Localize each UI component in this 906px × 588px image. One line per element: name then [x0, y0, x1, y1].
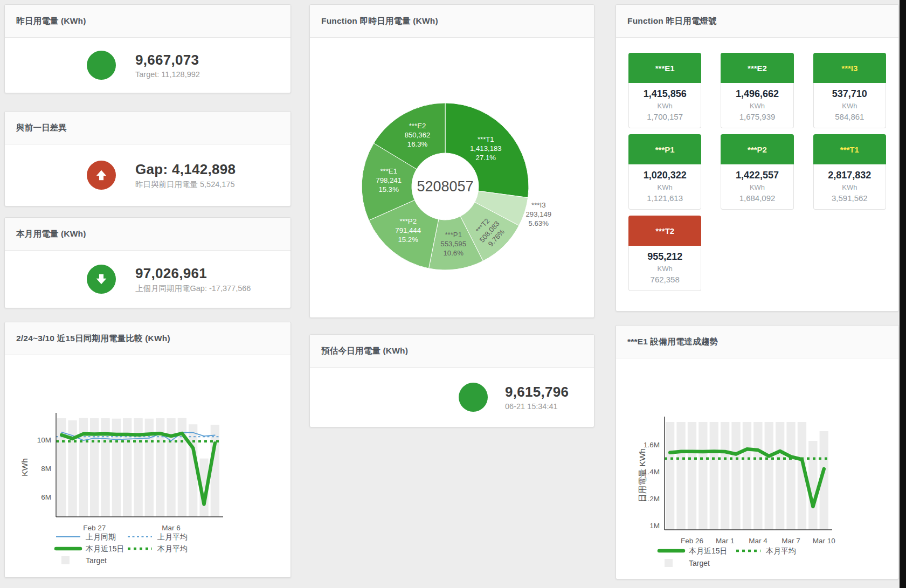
light-tile-header: ***P1 — [628, 134, 701, 164]
stat-text: 9,667,073 Target: 11,128,992 — [135, 52, 200, 79]
stat-value: 9,615,796 — [505, 384, 569, 400]
chart-legend: 上月同期上月平均本月近15日本月平均Target — [56, 532, 188, 565]
light-tile-header: ***T1 — [813, 134, 886, 164]
stat-value: 9,667,073 — [135, 52, 200, 68]
light-tile-target: 1,684,092 — [723, 193, 791, 203]
svg-text:本月平均: 本月平均 — [157, 544, 188, 553]
light-tile-T2: ***T2955,212KWh762,358 — [628, 216, 701, 291]
svg-text:本月近15日: 本月近15日 — [688, 547, 728, 555]
light-tile-body: 2,817,832KWh3,591,562 — [813, 164, 886, 210]
panel-yesterday-usage: 昨日用電量 (KWh) 9,667,073 Target: 11,128,992 — [4, 4, 291, 93]
panel-15day-compare-header: 2/24~3/10 近15日同期用電量比較 (KWh) — [5, 322, 291, 355]
light-tile-T1: ***T12,817,832KWh3,591,562 — [813, 134, 886, 210]
light-tile-body: 955,212KWh762,358 — [628, 246, 701, 291]
panel-title: ***E1 設備用電達成趨勢 — [627, 336, 718, 348]
stat-body: 9,615,796 06-21 15:34:41 — [310, 368, 594, 427]
light-tile-value: 955,212 — [631, 251, 698, 262]
light-tile-unit: KWh — [631, 265, 698, 273]
stat-subtext: 上個月同期用電Gap: -17,377,566 — [135, 283, 251, 294]
panel-yesterday-lights: Function 昨日用電燈號 ***E11,415,856KWh1,700,1… — [615, 4, 899, 312]
panel-prev-day-gap: 與前一日差異 Gap: 4,142,898 昨日與前日用電量 5,524,175 — [4, 111, 291, 206]
light-tile-unit: KWh — [631, 183, 698, 191]
light-tile-header: ***P2 — [721, 134, 793, 164]
stat-body: Gap: 4,142,898 昨日與前日用電量 5,524,175 — [5, 144, 291, 206]
compare15-chart: 6M8M10MFeb 27Mar 6KWh上月同期上月平均本月近15日本月平均T… — [5, 355, 291, 577]
light-tile-body: 1,415,856KWh1,700,157 — [628, 83, 701, 128]
stat-body: 97,026,961 上個月同期用電Gap: -17,377,566 — [5, 251, 291, 308]
svg-text:10M: 10M — [37, 436, 51, 444]
light-tile-value: 1,415,856 — [631, 88, 698, 100]
target-bars — [666, 422, 828, 530]
light-tile-value: 537,710 — [816, 88, 883, 100]
light-tile-body: 1,422,557KWh1,684,092 — [721, 164, 793, 210]
svg-text:5208057: 5208057 — [417, 178, 473, 195]
status-circle-icon — [459, 383, 488, 412]
light-tile-value: 1,422,557 — [723, 170, 791, 181]
light-tile-unit: KWh — [723, 102, 791, 110]
stat-body: 9,667,073 Target: 11,128,992 — [5, 38, 291, 93]
svg-text:上月平均: 上月平均 — [157, 532, 188, 541]
light-tile-target: 1,121,613 — [631, 193, 698, 203]
light-tile-target: 1,700,157 — [631, 112, 698, 121]
panel-title: Function 即時日用電量 (KWh) — [321, 16, 438, 27]
svg-text:本月平均: 本月平均 — [765, 547, 796, 555]
svg-text:Target: Target — [689, 559, 710, 568]
svg-text:1.6M: 1.6M — [644, 441, 660, 449]
lights-grid: ***E11,415,856KWh1,700,157***E21,496,662… — [616, 38, 898, 306]
panel-title: 2/24~3/10 近15日同期用電量比較 (KWh) — [16, 333, 170, 344]
panel-prev-day-gap-header: 與前一日差異 — [5, 112, 291, 144]
light-tile-target: 1,675,939 — [723, 112, 791, 121]
status-circle-icon — [87, 51, 116, 80]
panel-title: Function 昨日用電燈號 — [627, 16, 717, 27]
light-tile-P1: ***P11,020,322KWh1,121,613 — [628, 134, 701, 210]
svg-text:Mar 7: Mar 7 — [781, 537, 800, 545]
svg-text:6M: 6M — [41, 493, 51, 501]
svg-text:本月近15日: 本月近15日 — [85, 544, 125, 553]
panel-realtime-donut: Function 即時日用電量 (KWh) ***T11,413,18327.1… — [309, 4, 594, 318]
donut-svg: ***T11,413,18327.1%***I3293,1495.63%***T… — [310, 38, 594, 317]
arrow-down-icon — [87, 265, 116, 294]
svg-text:1M: 1M — [649, 522, 660, 530]
light-tile-unit: KWh — [816, 183, 883, 191]
light-tile-unit: KWh — [723, 183, 791, 191]
stat-value: 97,026,961 — [135, 265, 251, 282]
realtime-donut-chart: ***T11,413,18327.1%***I3293,1495.63%***T… — [310, 38, 594, 317]
panel-today-estimate: 預估今日用電量 (KWh) 9,615,796 06-21 15:34:41 — [309, 334, 594, 427]
chart-legend: 本月近15日本月平均Target — [659, 547, 796, 568]
light-tile-target: 3,591,562 — [816, 193, 883, 203]
compare15-svg: 6M8M10MFeb 27Mar 6KWh上月同期上月平均本月近15日本月平均T… — [5, 355, 291, 578]
light-tile-header: ***T2 — [628, 216, 701, 246]
panel-today-estimate-header: 預估今日用電量 (KWh) — [310, 335, 594, 368]
svg-text:Mar 1: Mar 1 — [716, 537, 735, 545]
svg-text:Mar 10: Mar 10 — [813, 537, 835, 545]
svg-text:Feb 27: Feb 27 — [83, 524, 106, 532]
light-tile-value: 1,496,662 — [723, 88, 791, 100]
light-tile-body: 1,496,662KWh1,675,939 — [721, 83, 793, 128]
panel-title: 昨日用電量 (KWh) — [16, 16, 86, 27]
light-tile-header: ***I3 — [813, 53, 886, 83]
arrow-up-icon — [87, 161, 116, 190]
svg-text:Mar 4: Mar 4 — [749, 537, 767, 545]
light-tile-unit: KWh — [816, 102, 883, 110]
stat-value: Gap: 4,142,898 — [135, 161, 236, 178]
light-tile-body: 537,710KWh584,861 — [813, 83, 886, 128]
stat-subtext: 06-21 15:34:41 — [505, 402, 569, 411]
light-tile-value: 2,817,832 — [816, 170, 883, 181]
light-tile-unit: KWh — [631, 102, 698, 110]
light-tile-header: ***E1 — [628, 53, 701, 83]
light-tile-value: 1,020,322 — [631, 170, 698, 181]
vertical-scrollbar[interactable] — [900, 0, 906, 588]
svg-text:Target: Target — [86, 556, 107, 565]
panel-15day-compare: 2/24~3/10 近15日同期用電量比較 (KWh) 6M8M10MFeb 2… — [4, 322, 291, 578]
donut-label: ***I3293,1495.63% — [525, 201, 551, 227]
light-tile-P2: ***P21,422,557KWh1,684,092 — [721, 134, 793, 210]
light-tile-target: 584,861 — [816, 112, 883, 121]
e1-trend-chart: 1M1.2M1.4M1.6MFeb 26Mar 1Mar 4Mar 7Mar 1… — [616, 358, 898, 579]
panel-yesterday-usage-header: 昨日用電量 (KWh) — [5, 5, 291, 38]
panel-yesterday-lights-header: Function 昨日用電燈號 — [616, 5, 898, 38]
e1trend-svg: 1M1.2M1.4M1.6MFeb 26Mar 1Mar 4Mar 7Mar 1… — [616, 358, 898, 579]
svg-text:Feb 26: Feb 26 — [681, 537, 703, 545]
panel-title: 本月用電量 (KWh) — [16, 229, 86, 240]
light-tile-body: 1,020,322KWh1,121,613 — [628, 164, 701, 210]
light-tile-header: ***E2 — [721, 53, 793, 83]
